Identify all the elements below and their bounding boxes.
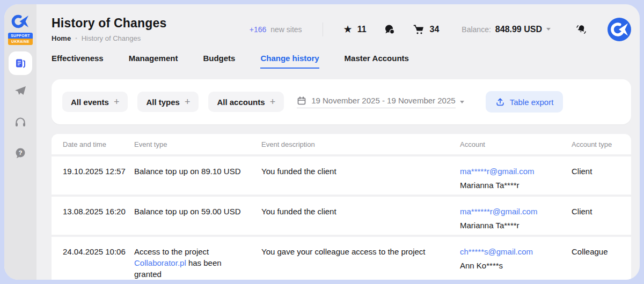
- cell-description: You gave your colleague access to the pr…: [261, 246, 460, 280]
- tab-bar: Effectiveness Management Budgets Change …: [52, 54, 631, 69]
- account-name: Marianna Ta****r: [460, 220, 572, 231]
- cell-datetime: 24.04.2025 10:06: [52, 246, 134, 280]
- breadcrumb-separator: •: [75, 35, 77, 41]
- filter-panel: All events + All types + All accounts +: [52, 79, 631, 124]
- filter-all-types-label: All types: [146, 98, 180, 107]
- cell-event-type: Balance top up on 89.10 USD: [134, 166, 261, 195]
- sidebar: SUPPORT UKRAINE: [4, 4, 36, 280]
- table-header-row: Date and time Event type Event descripti…: [52, 134, 631, 154]
- column-header-account: Account: [460, 140, 572, 148]
- svg-text:?: ?: [18, 150, 22, 156]
- table-export-button[interactable]: Table export: [486, 91, 564, 113]
- support-headset-icon: [14, 116, 27, 129]
- history-table: Date and time Event type Event descripti…: [52, 134, 631, 280]
- breadcrumb: Home • History of Changes: [52, 34, 166, 42]
- avatar-logo-icon: [608, 18, 631, 41]
- new-sites-label: new sites: [270, 25, 302, 34]
- chevron-down-icon: [460, 101, 464, 103]
- sidebar-item-support[interactable]: [14, 116, 27, 129]
- tab-master-accounts[interactable]: Master Accounts: [345, 54, 409, 69]
- collaborator-logo-icon: [11, 12, 30, 31]
- cell-account: ma******r@gmail.com Marianna Ta****r: [460, 206, 572, 235]
- chat-icon: [384, 24, 396, 35]
- bell-icon: [575, 24, 587, 35]
- account-email-link[interactable]: ch*****s@gmail.com: [460, 247, 533, 256]
- balance-value: 848.99 USD: [495, 25, 542, 34]
- filter-all-types[interactable]: All types +: [137, 92, 199, 112]
- messages-button[interactable]: [384, 24, 396, 35]
- upload-icon: [495, 97, 505, 107]
- cell-datetime: 13.08.2025 16:20: [52, 206, 134, 235]
- balance-dropdown[interactable]: Balance: 848.99 USD: [462, 25, 551, 34]
- tab-management[interactable]: Management: [129, 54, 178, 69]
- new-sites-count: +166: [250, 25, 267, 34]
- table-row: 13.08.2025 16:20 Balance top up on 59.00…: [52, 197, 631, 235]
- cell-description: You funded the client: [261, 166, 460, 195]
- help-icon: ?: [14, 147, 27, 160]
- sidebar-item-telegram[interactable]: [14, 85, 27, 98]
- date-range-value: 19 November 2025 - 19 November 2025: [311, 96, 456, 105]
- sidebar-item-history[interactable]: [9, 51, 32, 75]
- favorites-count: 11: [357, 25, 367, 34]
- new-sites-link[interactable]: +166 new sites: [250, 25, 302, 34]
- tab-budgets[interactable]: Budgets: [203, 54, 235, 69]
- column-header-date: Date and time: [52, 140, 134, 148]
- page-title: History of Changes: [52, 16, 166, 31]
- telegram-icon: [14, 85, 27, 98]
- date-range-inner: 19 November 2025 - 19 November 2025: [297, 96, 456, 108]
- breadcrumb-home-link[interactable]: Home: [52, 34, 71, 42]
- date-range-picker[interactable]: 19 November 2025 - 19 November 2025: [297, 96, 464, 108]
- plus-icon: +: [270, 96, 276, 108]
- breadcrumb-current: History of Changes: [82, 34, 141, 42]
- plus-icon: +: [114, 96, 120, 108]
- column-header-description: Event description: [261, 140, 460, 148]
- sidebar-item-help[interactable]: ?: [14, 147, 27, 160]
- topbar-divider: [323, 23, 323, 36]
- column-header-account-type: Account type: [572, 140, 631, 148]
- page-header: History of Changes Home • History of Cha…: [52, 16, 631, 42]
- chevron-down-icon: [546, 28, 551, 31]
- account-email-link[interactable]: ma*****r@gmail.com: [460, 167, 535, 176]
- main-content: History of Changes Home • History of Cha…: [36, 4, 640, 280]
- account-email-link[interactable]: ma******r@gmail.com: [460, 207, 537, 216]
- tab-change-history[interactable]: Change history: [260, 54, 319, 69]
- news-icon: [14, 57, 26, 69]
- project-link[interactable]: Collaborator.pl: [134, 258, 186, 267]
- filter-all-events[interactable]: All events +: [62, 92, 128, 112]
- plus-icon: +: [185, 96, 191, 108]
- cart-icon: [413, 24, 425, 35]
- avatar[interactable]: [608, 18, 631, 41]
- topbar-cluster: +166 new sites ★ 11: [250, 18, 631, 41]
- app-window: SUPPORT UKRAINE: [4, 4, 640, 280]
- title-block: History of Changes Home • History of Cha…: [52, 16, 166, 42]
- cell-event-type: Access to the project Collaborator.pl ha…: [134, 246, 261, 280]
- balance-label: Balance:: [462, 25, 491, 34]
- cell-event-type: Balance top up on 59.00 USD: [134, 206, 261, 235]
- star-icon: ★: [343, 24, 353, 34]
- favorites-stat[interactable]: ★ 11: [343, 24, 367, 34]
- filter-all-accounts-label: All accounts: [217, 98, 265, 107]
- filter-all-events-label: All events: [71, 98, 109, 107]
- account-name: Marianna Ta****r: [460, 180, 572, 191]
- cell-description: You funded the client: [261, 206, 460, 235]
- cell-account: ch*****s@gmail.com Ann Ko****s: [460, 246, 572, 280]
- cell-account-type: Client: [572, 206, 631, 235]
- table-row: 19.10.2025 12:57 Balance top up on 89.10…: [52, 156, 631, 195]
- cart-count: 34: [430, 25, 440, 34]
- event-text: Access to the project: [134, 247, 209, 256]
- cell-datetime: 19.10.2025 12:57: [52, 166, 134, 195]
- account-name: Ann Ko****s: [460, 260, 572, 271]
- table-row: 24.04.2025 10:06 Access to the project C…: [52, 237, 631, 280]
- notifications-button[interactable]: [575, 24, 587, 35]
- badge-support-label: SUPPORT: [8, 33, 33, 39]
- event-text: Balance top up on 59.00 USD: [134, 207, 240, 216]
- filter-all-accounts[interactable]: All accounts +: [208, 92, 284, 112]
- calendar-icon: [297, 96, 306, 106]
- table-export-label: Table export: [510, 98, 554, 107]
- event-text: Balance top up on 89.10 USD: [134, 167, 240, 176]
- cart-stat[interactable]: 34: [413, 24, 440, 35]
- tab-effectiveness[interactable]: Effectiveness: [52, 54, 104, 69]
- collaborator-logo[interactable]: SUPPORT UKRAINE: [8, 12, 33, 45]
- cell-account-type: Client: [572, 166, 631, 195]
- support-ukraine-badge: SUPPORT UKRAINE: [8, 33, 33, 45]
